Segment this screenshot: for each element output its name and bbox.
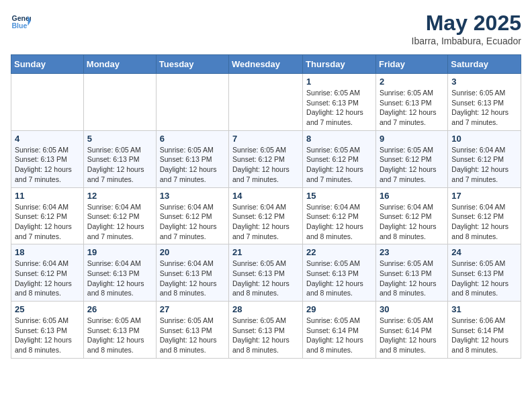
day-info: Sunrise: 6:05 AM Sunset: 6:13 PM Dayligh… [380,88,444,128]
calendar-cell: 8Sunrise: 6:05 AM Sunset: 6:12 PM Daylig… [303,130,376,187]
location-subtitle: Ibarra, Imbabura, Ecuador [412,36,521,46]
calendar-cell: 3Sunrise: 6:05 AM Sunset: 6:13 PM Daylig… [448,74,521,131]
day-info: Sunrise: 6:04 AM Sunset: 6:12 PM Dayligh… [451,202,517,242]
day-number: 19 [87,247,152,257]
calendar-cell: 18Sunrise: 6:04 AM Sunset: 6:12 PM Dayli… [11,244,84,302]
day-info: Sunrise: 6:05 AM Sunset: 6:13 PM Dayligh… [87,316,152,355]
calendar-cell: 14Sunrise: 6:04 AM Sunset: 6:12 PM Dayli… [229,187,303,244]
day-number: 30 [380,304,444,314]
calendar-cell: 28Sunrise: 6:05 AM Sunset: 6:13 PM Dayli… [229,302,303,359]
calendar-cell: 15Sunrise: 6:04 AM Sunset: 6:12 PM Dayli… [303,187,376,244]
day-number: 8 [306,134,372,144]
calendar-cell: 1Sunrise: 6:05 AM Sunset: 6:13 PM Daylig… [303,74,376,131]
day-number: 15 [306,191,372,201]
day-info: Sunrise: 6:05 AM Sunset: 6:13 PM Dayligh… [232,259,299,298]
day-info: Sunrise: 6:04 AM Sunset: 6:13 PM Dayligh… [87,259,152,298]
svg-text:Blue: Blue [12,21,28,30]
day-info: Sunrise: 6:04 AM Sunset: 6:12 PM Dayligh… [160,202,225,242]
calendar-cell [83,74,156,131]
day-info: Sunrise: 6:05 AM Sunset: 6:12 PM Dayligh… [232,145,299,185]
calendar-cell: 9Sunrise: 6:05 AM Sunset: 6:12 PM Daylig… [375,130,447,187]
day-number: 24 [451,247,517,257]
day-number: 23 [380,247,444,257]
calendar-cell: 24Sunrise: 6:05 AM Sunset: 6:13 PM Dayli… [448,244,521,302]
weekday-header-tuesday: Tuesday [156,55,228,74]
calendar-cell: 25Sunrise: 6:05 AM Sunset: 6:13 PM Dayli… [11,302,84,359]
calendar-cell: 7Sunrise: 6:05 AM Sunset: 6:12 PM Daylig… [229,130,303,187]
day-number: 22 [306,247,372,257]
calendar-cell: 17Sunrise: 6:04 AM Sunset: 6:12 PM Dayli… [448,187,521,244]
logo: General Blue [11,11,31,31]
day-info: Sunrise: 6:04 AM Sunset: 6:12 PM Dayligh… [15,259,80,298]
day-number: 26 [87,304,152,314]
day-number: 6 [160,134,225,144]
calendar-cell: 29Sunrise: 6:05 AM Sunset: 6:14 PM Dayli… [303,302,376,359]
day-info: Sunrise: 6:05 AM Sunset: 6:13 PM Dayligh… [160,145,225,185]
calendar-cell: 6Sunrise: 6:05 AM Sunset: 6:13 PM Daylig… [156,130,228,187]
day-info: Sunrise: 6:05 AM Sunset: 6:13 PM Dayligh… [380,259,444,298]
weekday-header-monday: Monday [83,55,156,74]
day-number: 28 [232,304,299,314]
calendar-cell: 27Sunrise: 6:05 AM Sunset: 6:13 PM Dayli… [156,302,228,359]
weekday-header-saturday: Saturday [448,55,521,74]
day-number: 4 [15,134,80,144]
calendar-cell: 21Sunrise: 6:05 AM Sunset: 6:13 PM Dayli… [229,244,303,302]
calendar-cell: 26Sunrise: 6:05 AM Sunset: 6:13 PM Dayli… [83,302,156,359]
calendar-cell: 13Sunrise: 6:04 AM Sunset: 6:12 PM Dayli… [156,187,228,244]
day-number: 1 [306,77,372,87]
logo-icon: General Blue [11,11,31,31]
day-number: 29 [306,304,372,314]
day-number: 10 [451,134,517,144]
day-info: Sunrise: 6:04 AM Sunset: 6:12 PM Dayligh… [451,145,517,185]
day-info: Sunrise: 6:05 AM Sunset: 6:12 PM Dayligh… [306,145,372,185]
day-info: Sunrise: 6:05 AM Sunset: 6:14 PM Dayligh… [380,316,444,355]
day-number: 9 [380,134,444,144]
day-info: Sunrise: 6:04 AM Sunset: 6:13 PM Dayligh… [160,259,225,298]
calendar-cell: 10Sunrise: 6:04 AM Sunset: 6:12 PM Dayli… [448,130,521,187]
day-number: 20 [160,247,225,257]
day-number: 13 [160,191,225,201]
day-info: Sunrise: 6:05 AM Sunset: 6:13 PM Dayligh… [451,259,517,298]
day-info: Sunrise: 6:05 AM Sunset: 6:13 PM Dayligh… [306,259,372,298]
day-number: 17 [451,191,517,201]
title-block: May 2025 Ibarra, Imbabura, Ecuador [412,11,521,46]
day-number: 7 [232,134,299,144]
day-info: Sunrise: 6:05 AM Sunset: 6:13 PM Dayligh… [87,145,152,185]
day-number: 11 [15,191,80,201]
calendar-cell: 16Sunrise: 6:04 AM Sunset: 6:12 PM Dayli… [375,187,447,244]
calendar-cell: 23Sunrise: 6:05 AM Sunset: 6:13 PM Dayli… [375,244,447,302]
day-info: Sunrise: 6:05 AM Sunset: 6:12 PM Dayligh… [380,145,444,185]
calendar-cell [229,74,303,131]
calendar-cell [156,74,228,131]
day-number: 18 [15,247,80,257]
day-info: Sunrise: 6:04 AM Sunset: 6:12 PM Dayligh… [306,202,372,242]
month-title: May 2025 [412,11,521,36]
day-number: 27 [160,304,225,314]
calendar-cell: 2Sunrise: 6:05 AM Sunset: 6:13 PM Daylig… [375,74,447,131]
day-info: Sunrise: 6:04 AM Sunset: 6:12 PM Dayligh… [15,202,80,242]
day-info: Sunrise: 6:05 AM Sunset: 6:13 PM Dayligh… [306,88,372,128]
day-number: 14 [232,191,299,201]
calendar-cell [11,74,84,131]
day-info: Sunrise: 6:05 AM Sunset: 6:13 PM Dayligh… [451,88,517,128]
day-info: Sunrise: 6:06 AM Sunset: 6:14 PM Dayligh… [451,316,517,355]
calendar-cell: 11Sunrise: 6:04 AM Sunset: 6:12 PM Dayli… [11,187,84,244]
calendar-cell: 20Sunrise: 6:04 AM Sunset: 6:13 PM Dayli… [156,244,228,302]
day-info: Sunrise: 6:05 AM Sunset: 6:13 PM Dayligh… [15,316,80,355]
day-info: Sunrise: 6:05 AM Sunset: 6:13 PM Dayligh… [232,316,299,355]
calendar-cell: 19Sunrise: 6:04 AM Sunset: 6:13 PM Dayli… [83,244,156,302]
calendar-cell: 22Sunrise: 6:05 AM Sunset: 6:13 PM Dayli… [303,244,376,302]
day-number: 12 [87,191,152,201]
calendar-table: SundayMondayTuesdayWednesdayThursdayFrid… [11,54,521,359]
day-number: 25 [15,304,80,314]
day-number: 21 [232,247,299,257]
calendar-cell: 12Sunrise: 6:04 AM Sunset: 6:12 PM Dayli… [83,187,156,244]
page-header: General Blue May 2025 Ibarra, Imbabura, … [11,11,521,46]
day-number: 5 [87,134,152,144]
day-info: Sunrise: 6:05 AM Sunset: 6:14 PM Dayligh… [306,316,372,355]
day-number: 31 [451,304,517,314]
weekday-header-thursday: Thursday [303,55,376,74]
day-info: Sunrise: 6:05 AM Sunset: 6:13 PM Dayligh… [15,145,80,185]
day-info: Sunrise: 6:05 AM Sunset: 6:13 PM Dayligh… [160,316,225,355]
weekday-header-wednesday: Wednesday [229,55,303,74]
